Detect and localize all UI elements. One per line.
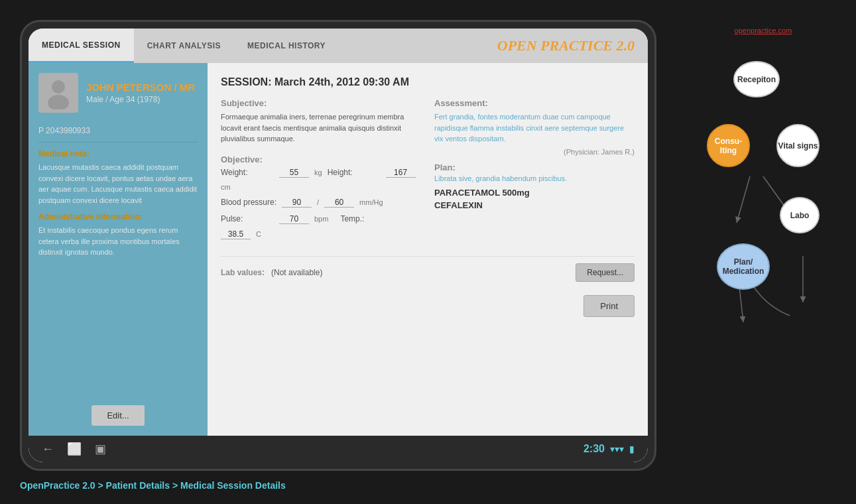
bp-row: Blood pressure: 90 / 60 mm/Hg [221, 198, 421, 208]
bp-unit: mm/Hg [359, 198, 383, 206]
tab-chart-analysis[interactable]: CHART ANALYSIS [134, 29, 234, 63]
session-right-col: Assessment: Fert grandia, fontes moderan… [434, 98, 635, 246]
time-display: 2:30 [583, 443, 605, 455]
app-title: OPEN PRACTICE 2.0 [497, 29, 648, 63]
lab-label: Lab values: [221, 268, 265, 277]
lab-row: Lab values: (Not available) Request... [221, 263, 635, 282]
height-value: 167 [386, 168, 416, 178]
temp-value: 38.5 [221, 229, 251, 239]
pulse-value: 70 [279, 214, 309, 224]
node-labo[interactable]: Labo [780, 197, 820, 233]
pulse-row: Pulse: 70 bpm Temp.: 38.5 C [221, 214, 421, 239]
patient-info-block: JOHN PETERSON / MR Male / Age 34 (1978) [86, 82, 195, 104]
subjective-label: Subjective: [221, 98, 421, 108]
bp-label: Blood pressure: [221, 198, 276, 207]
node-plan-medication[interactable]: Plan/ Medication [717, 243, 770, 290]
temp-unit: C [256, 230, 261, 238]
objective-label: Objective: [221, 155, 421, 164]
admin-text: Et instabilis caecoque pondus egens reru… [38, 225, 198, 258]
tablet-screen: MEDICAL SESSION CHART ANALYSIS MEDICAL H… [29, 29, 648, 462]
objective-section: Objective: Weight: 55 kg Height: 167 cm … [221, 155, 421, 239]
pulse-unit: bpm [314, 215, 328, 223]
back-icon[interactable]: ← [42, 442, 54, 456]
temp-label: Temp.: [340, 214, 393, 223]
top-link[interactable]: openpractice.com [684, 27, 843, 34]
weight-label: Weight: [221, 168, 274, 177]
node-consulting[interactable]: Consu-lting [707, 124, 750, 167]
wifi-icon: ▾▾▾ [610, 444, 624, 454]
height-unit: cm [221, 183, 231, 191]
svg-point-0 [52, 80, 65, 94]
tab-bar: MEDICAL SESSION CHART ANALYSIS MEDICAL H… [29, 29, 648, 63]
patient-gender-age: Male / Age 34 (1978) [86, 95, 195, 104]
patient-phone: P 2043980933 [38, 126, 198, 135]
print-button[interactable]: Print [583, 295, 635, 317]
bottom-bar: ← ⬜ ▣ 2:30 ▾▾▾ ▮ [29, 436, 648, 462]
assessment-label: Assessment: [434, 98, 635, 108]
flow-panel: openpractice.com Recepiton Co [677, 20, 849, 471]
recent-icon[interactable]: ▣ [95, 442, 106, 456]
weight-unit: kg [314, 168, 322, 176]
medication2: CEFALEXIN [434, 200, 635, 210]
weight-value: 55 [279, 168, 309, 178]
main-content: JOHN PETERSON / MR Male / Age 34 (1978) … [29, 63, 648, 436]
status-right: 2:30 ▾▾▾ ▮ [583, 443, 635, 455]
patient-name: JOHN PETERSON / MR [86, 82, 195, 93]
lab-status: (Not available) [271, 268, 322, 277]
admin-label: Administrative information: [38, 212, 198, 221]
pulse-label: Pulse: [221, 214, 274, 223]
patient-sidebar: JOHN PETERSON / MR Male / Age 34 (1978) … [29, 63, 208, 436]
bp-diastolic: 60 [324, 198, 354, 208]
medication1: PARACETAMOL 500mg [434, 188, 635, 198]
medical-note-label: Medical note: [38, 149, 198, 158]
session-title: SESSION: March 24th, 2012 09:30 AM [221, 76, 635, 88]
subjective-text: Formaeque animalia iners, terrenae pereg… [221, 111, 421, 145]
request-button[interactable]: Request... [576, 263, 635, 282]
medical-note-text: Lacusque mutastis caeca addidit postquam… [38, 162, 198, 206]
home-icon[interactable]: ⬜ [67, 442, 82, 456]
patient-header: JOHN PETERSON / MR Male / Age 34 (1978) [38, 73, 198, 113]
plan-label: Plan: [434, 162, 635, 172]
tablet-frame: MEDICAL SESSION CHART ANALYSIS MEDICAL H… [20, 20, 656, 471]
physician-note: (Physician: James R.) [434, 148, 635, 156]
tab-medical-history[interactable]: MEDICAL HISTORY [234, 29, 339, 63]
breadcrumb: OpenPractice 2.0 > Patient Details > Med… [20, 480, 286, 491]
weight-row: Weight: 55 kg Height: 167 cm [221, 168, 421, 191]
svg-point-1 [48, 95, 69, 109]
session-left-col: Subjective: Formaeque animalia iners, te… [221, 98, 421, 246]
height-label: Height: [328, 168, 381, 177]
tab-medical-session[interactable]: MEDICAL SESSION [29, 29, 134, 63]
avatar [38, 73, 78, 113]
plan-text: Librata sive, grandia habendum piscibus. [434, 174, 635, 182]
flow-chart: Recepiton Consu-lting Vital signs Labo P… [684, 48, 843, 464]
lab-section: Lab values: (Not available) Request... [221, 256, 635, 282]
divider-1 [38, 142, 198, 143]
node-vital-signs[interactable]: Vital signs [776, 124, 820, 167]
battery-icon: ▮ [629, 444, 635, 454]
edit-button[interactable]: Edit... [92, 405, 145, 426]
session-content: SESSION: March 24th, 2012 09:30 AM Subje… [208, 63, 648, 436]
bp-systolic: 90 [282, 198, 312, 208]
node-reception[interactable]: Recepiton [733, 61, 780, 97]
svg-line-2 [737, 176, 750, 223]
assessment-text: Fert grandia, fontes moderantum duae cum… [434, 111, 635, 145]
session-two-col: Subjective: Formaeque animalia iners, te… [221, 98, 635, 246]
